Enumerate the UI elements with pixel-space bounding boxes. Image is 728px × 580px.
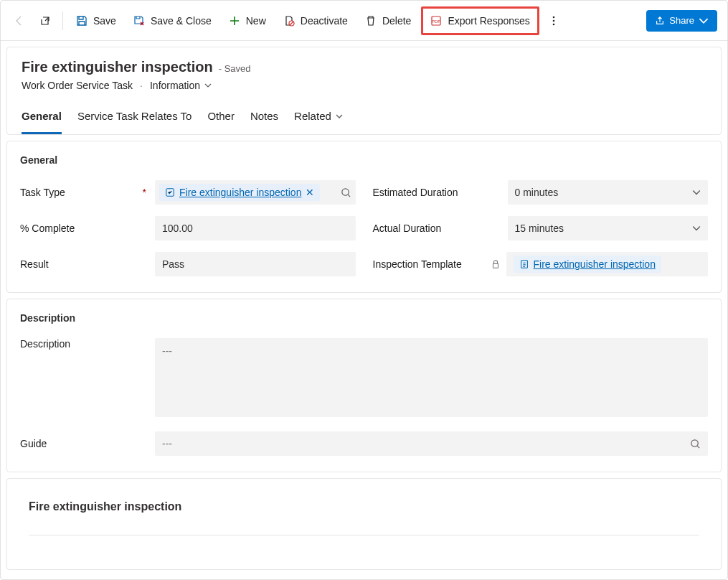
description-input[interactable]: --- [155,338,708,417]
share-label: Share [669,15,694,26]
save-close-label: Save & Close [151,15,212,27]
estimated-duration-label: Estimated Duration [373,187,501,198]
inspection-icon [519,259,529,269]
divider [29,535,699,535]
description-label: Description [20,338,148,350]
chevron-down-icon [699,16,709,26]
save-close-button[interactable]: Save & Close [126,9,219,33]
field-description: Description --- [20,338,708,417]
task-type-lookup[interactable]: Fire extinguisher inspection ✕ [155,180,356,205]
chevron-down-icon [692,224,701,233]
chevron-down-icon [336,113,343,120]
section-general: General Task Type * Fire extinguisher in… [6,141,722,293]
section-description: Description Description --- Guide --- [6,299,722,472]
chevron-down-icon [204,82,212,89]
svg-point-3 [552,16,554,18]
actual-duration-value: 15 minutes [515,223,564,234]
search-icon[interactable] [690,439,701,449]
inspection-template-lookup[interactable]: Fire extinguisher inspection [506,252,709,276]
save-close-icon [133,15,145,27]
task-type-remove[interactable]: ✕ [306,187,314,198]
deactivate-icon [283,15,295,27]
back-button[interactable] [8,9,31,33]
share-button[interactable]: Share [646,10,717,32]
delete-label: Delete [382,15,411,27]
percent-complete-input[interactable]: 100.00 [155,216,356,240]
svg-rect-8 [493,263,498,268]
tab-service-task-relates-to[interactable]: Service Task Relates To [77,106,192,134]
form-name: Information [150,80,200,91]
save-icon [76,15,88,27]
deactivate-label: Deactivate [301,15,348,27]
open-new-window-button[interactable] [34,9,57,33]
export-responses-label: Export Responses [448,15,529,27]
deactivate-button[interactable]: Deactivate [276,9,355,33]
save-button[interactable]: Save [69,9,123,33]
inspection-template-link[interactable]: Fire extinguisher inspection [534,258,656,270]
overflow-menu-button[interactable] [542,9,565,33]
trash-icon [365,15,377,27]
field-task-type: Task Type * Fire extinguisher inspection… [20,180,356,205]
field-result: Result Pass [20,252,356,276]
svg-point-10 [691,439,698,446]
new-label: New [246,15,266,27]
field-actual-duration: Actual Duration 15 minutes [373,216,709,240]
svg-point-5 [552,23,554,25]
estimated-duration-input[interactable]: 0 minutes [508,180,709,205]
popout-icon [39,15,51,27]
export-responses-highlight: PDF Export Responses [421,6,539,35]
task-type-link[interactable]: Fire extinguisher inspection [179,187,301,198]
svg-text:PDF: PDF [432,19,440,24]
search-icon[interactable] [341,187,351,198]
separator [62,11,63,30]
actual-duration-input[interactable]: 15 minutes [508,216,709,240]
inspection-template-label: Inspection Template [373,258,486,270]
delete-button[interactable]: Delete [358,9,418,33]
form-selector[interactable]: Information [150,80,212,91]
task-type-label: Task Type [20,187,65,198]
estimated-duration-value: 0 minutes [515,187,559,198]
arrow-left-icon [14,15,25,27]
percent-complete-value: 100.00 [162,223,193,234]
chevron-down-icon [692,188,701,197]
result-input[interactable]: Pass [155,252,356,276]
save-label: Save [93,15,116,27]
guide-value: --- [162,438,172,449]
field-guide: Guide --- [20,431,708,456]
guide-lookup[interactable]: --- [155,431,708,456]
share-icon [655,16,665,26]
result-value: Pass [162,258,184,270]
required-indicator: * [143,187,146,198]
record-header-card: Fire extinguisher inspection - Saved Wor… [6,47,722,135]
description-value: --- [162,345,172,357]
saved-indicator: - Saved [219,63,251,74]
task-type-pill: Fire extinguisher inspection ✕ [159,184,320,201]
lock-icon [491,259,501,269]
svg-point-7 [341,188,348,195]
separator-dot: · [140,80,143,91]
svg-point-4 [552,19,554,22]
guide-label: Guide [20,438,148,449]
content-scroll[interactable]: Fire extinguisher inspection - Saved Wor… [1,41,727,579]
section-inspection: Fire extinguisher inspection [6,478,722,570]
tab-other[interactable]: Other [207,106,235,134]
more-vertical-icon [548,15,559,27]
pdf-icon: PDF [430,15,442,27]
new-button[interactable]: New [222,9,273,33]
percent-complete-label: % Complete [20,223,148,234]
tab-related[interactable]: Related [294,106,343,134]
field-percent-complete: % Complete 100.00 [20,216,356,240]
field-estimated-duration: Estimated Duration 0 minutes [373,180,709,205]
export-responses-button[interactable]: PDF Export Responses [423,9,536,33]
page-title: Fire extinguisher inspection [22,59,213,75]
command-bar: Save Save & Close New Deactivate Delete … [1,1,727,41]
tab-general[interactable]: General [22,106,62,134]
section-title-description: Description [20,312,708,324]
tabs: General Service Task Relates To Other No… [22,106,706,134]
inspection-title: Fire extinguisher inspection [29,500,699,513]
tab-notes[interactable]: Notes [250,106,278,134]
field-inspection-template: Inspection Template Fire extinguisher in… [373,252,709,276]
actual-duration-label: Actual Duration [373,223,501,234]
task-type-icon [165,187,175,197]
entity-label: Work Order Service Task [22,80,133,91]
